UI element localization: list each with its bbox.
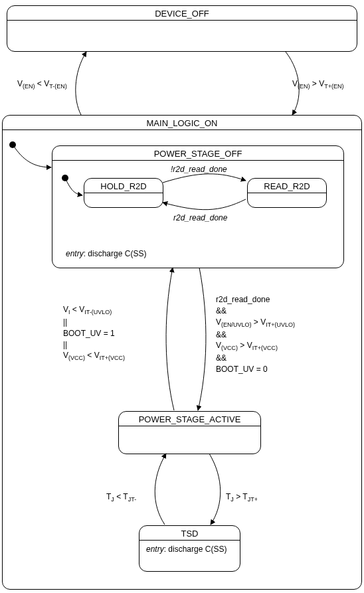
entry-action: entry: discharge C(SS) — [59, 245, 153, 262]
initial-dot-icon — [9, 141, 16, 148]
state-hold-r2d: HOLD_R2D — [84, 178, 163, 208]
state-title: HOLD_R2D — [84, 179, 163, 193]
state-title: POWER_STAGE_ACTIVE — [119, 412, 260, 426]
state-device-off: DEVICE_OFF — [7, 5, 357, 52]
edge-label: TJ < V < TJT- — [106, 491, 136, 504]
state-title: READ_R2D — [248, 179, 326, 193]
edge-label: !r2d_read_done — [171, 164, 227, 175]
edge-label: r2d_read_done && V(EN/UVLO) > VIT+(UVLO)… — [216, 294, 295, 375]
initial-dot-icon — [62, 175, 68, 181]
state-main-logic-on: MAIN_LOGIC_ON POWER_STAGE_OFF HOLD_R2D R… — [2, 115, 362, 590]
state-title: TSD — [139, 526, 240, 541]
state-title: POWER_STAGE_OFF — [52, 146, 343, 161]
edge-label: TJ > TJT+ — [226, 491, 258, 504]
edge-label: VI < VIT-(UVLO) || BOOT_UV = 1 || V(VCC)… — [63, 304, 125, 363]
state-read-r2d: READ_R2D — [247, 178, 327, 208]
edge-label: V(EN) > VT+(EN) — [292, 78, 343, 91]
state-tsd: TSD entry: discharge C(SS) — [139, 525, 240, 572]
state-title: MAIN_LOGIC_ON — [3, 116, 361, 130]
edge-label: r2d_read_done — [173, 212, 227, 224]
edge-label: V(EN) < VT-(EN) — [17, 78, 67, 91]
state-power-stage-active: POWER_STAGE_ACTIVE — [118, 411, 261, 454]
state-title: DEVICE_OFF — [7, 6, 357, 21]
entry-action: entry: discharge C(SS) — [139, 541, 240, 558]
